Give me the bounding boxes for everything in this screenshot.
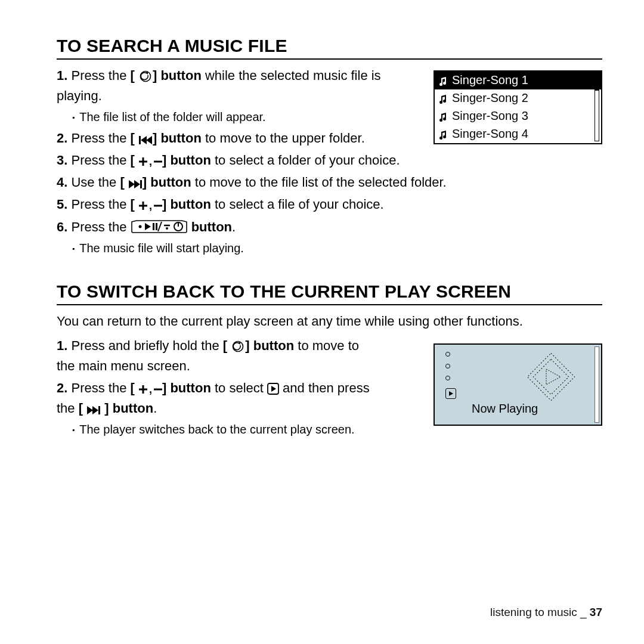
svg-marker-3 [141, 136, 147, 144]
footer-text: listening to music _ [490, 606, 590, 618]
step-note: The music file will start playing. [72, 239, 602, 258]
svg-text:,: , [149, 200, 152, 211]
scroll-thumb [595, 74, 599, 91]
svg-rect-26 [527, 353, 574, 400]
svg-point-16 [138, 225, 141, 228]
svg-marker-25 [449, 391, 453, 396]
svg-rect-19 [156, 223, 157, 230]
step-number: 4. [57, 175, 67, 190]
music-note-icon [438, 76, 447, 85]
song-row: Singer-Song 2 [435, 89, 601, 107]
step: 2. Press the [ ,] button to select and t… [57, 378, 379, 419]
song-row: Singer-Song 3 [435, 107, 601, 125]
power-play-icon [131, 219, 188, 234]
svg-marker-10 [134, 180, 140, 188]
section2-title: TO SWITCH BACK TO THE CURRENT PLAY SCREE… [57, 281, 602, 305]
song-list-illustration: Singer-Song 1Singer-Song 2Singer-Song 3S… [434, 70, 602, 144]
step-number: 2. [57, 131, 67, 145]
menu-dot [445, 376, 450, 380]
back-circle-icon [231, 340, 245, 352]
svg-marker-9 [129, 180, 135, 188]
play-square-icon [267, 383, 279, 395]
menu-dots-column [445, 352, 456, 399]
svg-rect-18 [153, 223, 154, 230]
step-number: 3. [57, 153, 67, 168]
now-playing-label: Now Playing [472, 402, 538, 416]
song-title: Singer-Song 4 [452, 127, 528, 141]
svg-marker-4 [146, 136, 152, 144]
section2-intro: You can return to the current play scree… [57, 311, 602, 331]
menu-dot [445, 352, 450, 357]
song-row: Singer-Song 1 [435, 72, 601, 89]
song-title: Singer-Song 1 [452, 73, 528, 87]
plusminus-icon: , [138, 156, 162, 167]
diamond-play-decoration [526, 352, 576, 405]
svg-rect-11 [140, 180, 142, 188]
step: 5. Press the [ ,] button to select a fil… [57, 194, 602, 215]
svg-rect-39 [98, 406, 100, 414]
svg-rect-27 [533, 359, 568, 394]
step-number: 6. [57, 219, 67, 234]
step: 4. Use the [ ] button to move to the fil… [57, 172, 602, 193]
now-playing-menu-icon [445, 388, 456, 399]
back-circle-icon [138, 70, 153, 82]
page-number: 37 [590, 606, 602, 618]
step: 6. Press the button. [57, 217, 602, 237]
menu-illustration: Now Playing [434, 343, 602, 426]
svg-marker-28 [546, 369, 561, 385]
menu-dot [445, 364, 450, 369]
plusminus-icon: , [138, 384, 162, 395]
step: 1. Press the [ ] button while the select… [57, 66, 391, 106]
prev-icon [138, 135, 153, 145]
plusminus-icon: , [138, 200, 162, 211]
svg-text:,: , [149, 156, 152, 167]
next-icon [128, 179, 143, 189]
song-row: Singer-Song 4 [435, 125, 601, 143]
step: 2. Press the [ ] button to move to the u… [57, 128, 391, 148]
section1-title: TO SEARCH A MUSIC FILE [57, 36, 602, 60]
svg-marker-38 [92, 406, 98, 414]
svg-marker-36 [271, 386, 276, 392]
step: 3. Press the [ ,] button to select a fol… [57, 150, 602, 171]
music-note-icon [438, 129, 447, 139]
svg-text:,: , [149, 384, 152, 395]
music-note-icon [438, 94, 447, 103]
svg-marker-37 [87, 406, 93, 414]
music-note-icon [438, 112, 447, 121]
page-footer: listening to music _ 37 [490, 606, 602, 619]
svg-rect-2 [139, 136, 141, 144]
scrollbar [595, 346, 599, 423]
song-title: Singer-Song 2 [452, 91, 528, 105]
svg-point-22 [166, 227, 168, 230]
scrollbar [595, 73, 599, 141]
step-number: 5. [57, 197, 67, 212]
step-number: 1. [57, 68, 67, 83]
step: 1. Press and briefly hold the [ ] button… [57, 336, 379, 376]
song-title: Singer-Song 3 [452, 109, 528, 123]
next-icon [86, 405, 101, 415]
